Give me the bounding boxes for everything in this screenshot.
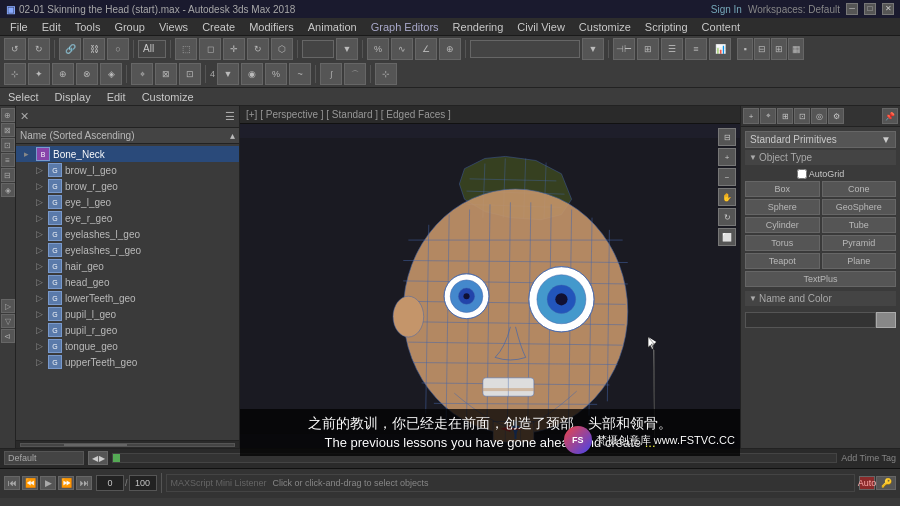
tb2-squig[interactable]: ~ bbox=[289, 63, 311, 85]
vp-zoom-in[interactable]: + bbox=[718, 148, 736, 166]
select-link-btn[interactable]: 🔗 bbox=[59, 38, 81, 60]
tb2-2[interactable]: ✦ bbox=[28, 63, 50, 85]
vp-zoom-extents[interactable]: ⊟ bbox=[718, 128, 736, 146]
tree-item[interactable]: ▷Geyelashes_r_geo bbox=[16, 242, 239, 258]
lp-tool-8[interactable]: ▽ bbox=[1, 314, 15, 328]
viewport-canvas[interactable]: ⊟ + − ✋ ↻ ⬜ bbox=[240, 124, 740, 448]
menu-views[interactable]: Views bbox=[153, 20, 194, 34]
angle-snap-btn[interactable]: ∠ bbox=[415, 38, 437, 60]
next-frame[interactable]: ⏩ bbox=[58, 476, 74, 490]
tb2-9[interactable]: ⊹ bbox=[375, 63, 397, 85]
signin-label[interactable]: Sign In bbox=[711, 4, 742, 15]
display-menu[interactable]: Display bbox=[51, 91, 95, 103]
tree-item[interactable]: ▸BBone_Neck bbox=[16, 146, 239, 162]
tree-item[interactable]: ▷GlowerTeeth_geo bbox=[16, 290, 239, 306]
tb2-4[interactable]: ⊗ bbox=[76, 63, 98, 85]
autogrid-checkbox[interactable] bbox=[797, 169, 807, 179]
sel-set-dropdown[interactable]: ▼ bbox=[582, 38, 604, 60]
btn-box[interactable]: Box bbox=[745, 181, 820, 197]
btn-cone[interactable]: Cone bbox=[822, 181, 897, 197]
btn-textplus[interactable]: TextPlus bbox=[745, 271, 896, 287]
lp-tool-9[interactable]: ⊲ bbox=[1, 329, 15, 343]
tree-item[interactable]: ▷Geyelashes_l_geo bbox=[16, 226, 239, 242]
tb2-curve2[interactable]: ⌒ bbox=[344, 63, 366, 85]
menu-rendering[interactable]: Rendering bbox=[447, 20, 510, 34]
vp-zoom-out[interactable]: − bbox=[718, 168, 736, 186]
btn-teapot[interactable]: Teapot bbox=[745, 253, 820, 269]
tb2-6[interactable]: ⌖ bbox=[131, 63, 153, 85]
unlink-btn[interactable]: ⛓ bbox=[83, 38, 105, 60]
menu-file[interactable]: File bbox=[4, 20, 34, 34]
object-type-section[interactable]: ▼ Object Type bbox=[745, 150, 896, 165]
btn-pyramid[interactable]: Pyramid bbox=[822, 235, 897, 251]
add-time-tag[interactable]: Add Time Tag bbox=[841, 453, 896, 463]
menu-tools[interactable]: Tools bbox=[69, 20, 107, 34]
lp-tool-1[interactable]: ⊕ bbox=[1, 108, 15, 122]
key-auto[interactable]: Auto bbox=[859, 476, 875, 490]
selection-set-input[interactable]: Create Selection Se... bbox=[470, 40, 580, 58]
tb2-drop1[interactable]: ▼ bbox=[217, 63, 239, 85]
key-set[interactable]: 🔑 bbox=[876, 476, 896, 490]
btn-sphere[interactable]: Sphere bbox=[745, 199, 820, 215]
rotate-btn[interactable]: ↻ bbox=[247, 38, 269, 60]
lp-tool-7[interactable]: ▷ bbox=[1, 299, 15, 313]
close-btn[interactable]: ✕ bbox=[882, 3, 894, 15]
btn-plane[interactable]: Plane bbox=[822, 253, 897, 269]
menu-group[interactable]: Group bbox=[108, 20, 151, 34]
tb2-sphere[interactable]: ◉ bbox=[241, 63, 263, 85]
lp-tool-5[interactable]: ⊟ bbox=[1, 168, 15, 182]
vp-layout-1[interactable]: ▪ bbox=[737, 38, 753, 60]
btn-cylinder[interactable]: Cylinder bbox=[745, 217, 820, 233]
move-btn[interactable]: ✛ bbox=[223, 38, 245, 60]
rp-icon-modify[interactable]: ⌖ bbox=[760, 108, 776, 124]
panel-menu-icon[interactable]: ☰ bbox=[225, 110, 235, 123]
menu-civil-view[interactable]: Civil View bbox=[511, 20, 570, 34]
name-input[interactable] bbox=[745, 312, 876, 328]
align-btn[interactable]: ⊞ bbox=[637, 38, 659, 60]
tree-item[interactable]: ▷Ghead_geo bbox=[16, 274, 239, 290]
rp-icon-motion[interactable]: ⊡ bbox=[794, 108, 810, 124]
view-input[interactable]: View bbox=[302, 40, 334, 58]
graph-editors-btn[interactable]: 📊 bbox=[709, 38, 731, 60]
color-swatch[interactable] bbox=[876, 312, 896, 328]
edit-menu[interactable]: Edit bbox=[103, 91, 130, 103]
primitives-dropdown[interactable]: Standard Primitives ▼ bbox=[745, 131, 896, 148]
hscroll-bar[interactable] bbox=[20, 443, 235, 447]
tree-item[interactable]: ▷Ghair_geo bbox=[16, 258, 239, 274]
percent-snap-btn[interactable]: % bbox=[367, 38, 389, 60]
minimize-btn[interactable]: ─ bbox=[846, 3, 858, 15]
rp-icon-pin[interactable]: 📌 bbox=[882, 108, 898, 124]
menu-scripting[interactable]: Scripting bbox=[639, 20, 694, 34]
tb2-7[interactable]: ⊠ bbox=[155, 63, 177, 85]
mirror-btn[interactable]: ⊣⊢ bbox=[613, 38, 635, 60]
maximize-btn[interactable]: □ bbox=[864, 3, 876, 15]
lp-tool-6[interactable]: ◈ bbox=[1, 183, 15, 197]
customize-menu[interactable]: Customize bbox=[138, 91, 198, 103]
vp-pan[interactable]: ✋ bbox=[718, 188, 736, 206]
tb2-5[interactable]: ◈ bbox=[100, 63, 122, 85]
prev-frame[interactable]: ⏪ bbox=[22, 476, 38, 490]
go-start[interactable]: ⏮ bbox=[4, 476, 20, 490]
name-color-section[interactable]: ▼ Name and Color bbox=[745, 291, 896, 306]
menu-modifiers[interactable]: Modifiers bbox=[243, 20, 300, 34]
rp-icon-utility[interactable]: ⚙ bbox=[828, 108, 844, 124]
snap-3d-btn[interactable]: ⊕ bbox=[439, 38, 461, 60]
timeline-btn-group[interactable]: ◀▶ bbox=[88, 451, 108, 465]
rp-icon-create[interactable]: + bbox=[743, 108, 759, 124]
tree-item[interactable]: ▷Geye_l_geo bbox=[16, 194, 239, 210]
vp-maximize[interactable]: ⬜ bbox=[718, 228, 736, 246]
menu-create[interactable]: Create bbox=[196, 20, 241, 34]
menu-customize[interactable]: Customize bbox=[573, 20, 637, 34]
tb2-curve1[interactable]: ∫ bbox=[320, 63, 342, 85]
vp-layout-4[interactable]: ▦ bbox=[788, 38, 804, 60]
btn-geosphere[interactable]: GeoSphere bbox=[822, 199, 897, 215]
menu-content[interactable]: Content bbox=[696, 20, 747, 34]
ribbon-btn[interactable]: ≡ bbox=[685, 38, 707, 60]
filter-input[interactable] bbox=[138, 40, 166, 58]
menu-animation[interactable]: Animation bbox=[302, 20, 363, 34]
tb2-3[interactable]: ⊕ bbox=[52, 63, 74, 85]
scale-btn[interactable]: ⬡ bbox=[271, 38, 293, 60]
sort-arrow[interactable]: ▴ bbox=[230, 130, 235, 141]
vp-layout-3[interactable]: ⊞ bbox=[771, 38, 787, 60]
tb2-8[interactable]: ⊡ bbox=[179, 63, 201, 85]
